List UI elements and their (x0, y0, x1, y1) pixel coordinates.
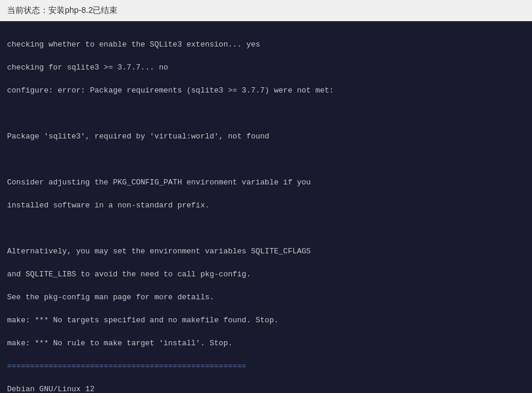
terminal-line: checking whether to enable the SQLite3 e… (7, 39, 525, 51)
terminal-line: Package 'sqlite3', required by 'virtual:… (7, 131, 525, 143)
terminal-line: Debian GNU/Linux 12 (7, 384, 525, 394)
status-bar: 当前状态： 安装php-8.2已结束 (0, 0, 532, 21)
terminal-line (7, 223, 525, 235)
terminal-line: installed software in a non-standard pre… (7, 200, 525, 212)
terminal-line: checking for sqlite3 >= 3.7.7... no (7, 62, 525, 74)
terminal-line: make: *** No rule to make target 'instal… (7, 338, 525, 349)
terminal-line: ========================================… (7, 361, 525, 372)
terminal-line: make: *** No targets specified and no ma… (7, 315, 525, 326)
terminal-line (7, 108, 525, 120)
status-value: 安装php-8.2已结束 (48, 5, 117, 16)
terminal-line: See the pkg-config man page for more det… (7, 292, 525, 303)
status-label: 当前状态： (7, 5, 48, 16)
terminal-line: configure: error: Package requirements (… (7, 85, 525, 97)
terminal-line (7, 154, 525, 166)
terminal-line: and SQLITE_LIBS to avoid the need to cal… (7, 269, 525, 280)
terminal-line: Consider adjusting the PKG_CONFIG_PATH e… (7, 177, 525, 189)
terminal-line: Alternatively, you may set the environme… (7, 246, 525, 257)
terminal-output: checking whether to enable the SQLite3 e… (0, 21, 532, 393)
